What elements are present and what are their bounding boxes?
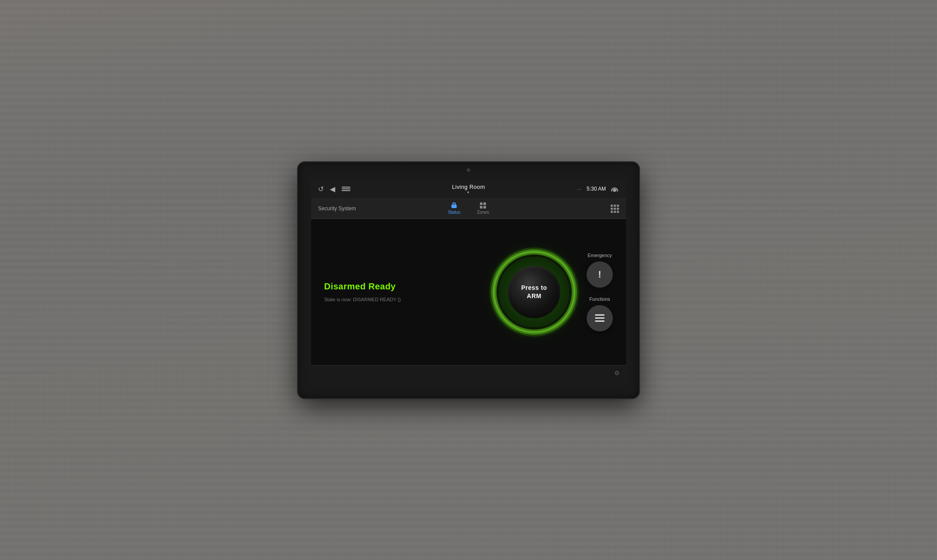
content-inner: Disarmed Ready State is now: DISARMED RE… bbox=[324, 253, 613, 331]
section-title: Security System bbox=[318, 205, 418, 212]
grid-view-button[interactable] bbox=[611, 205, 619, 213]
nav-grid-right bbox=[519, 205, 619, 213]
exclamation-icon: ! bbox=[598, 269, 601, 280]
hamburger-icon bbox=[595, 314, 605, 322]
room-subtitle: ▾ bbox=[467, 190, 469, 195]
tab-zones[interactable]: Zones bbox=[470, 201, 496, 216]
status-bar-center: Living Room ▾ bbox=[418, 184, 518, 195]
arm-button-inner: Press to ARM bbox=[508, 266, 560, 318]
arm-button-text: Press to ARM bbox=[521, 284, 547, 299]
status-bar: ↺ ◀ Living Room ▾ -- 5:30 AM bbox=[311, 180, 626, 199]
emergency-button-group: Emergency ! bbox=[587, 253, 613, 288]
nav-bar: Security System Status Zones bbox=[311, 199, 626, 219]
emergency-button[interactable]: ! bbox=[587, 261, 613, 288]
tablet-device: ↺ ◀ Living Room ▾ -- 5:30 AM bbox=[298, 162, 639, 398]
emergency-label: Emergency bbox=[587, 253, 612, 258]
tab-status[interactable]: Status bbox=[441, 201, 467, 216]
wifi-icon bbox=[610, 186, 619, 192]
menu-icon[interactable] bbox=[341, 185, 351, 192]
disarmed-ready-label: Disarmed Ready bbox=[324, 282, 482, 292]
tab-status-label: Status bbox=[448, 210, 460, 215]
main-content: Disarmed Ready State is now: DISARMED RE… bbox=[311, 219, 626, 365]
state-text: State is now: DISARMED READY () bbox=[324, 297, 482, 302]
functions-label: Functions bbox=[589, 296, 610, 302]
arm-button[interactable]: Press to ARM bbox=[499, 257, 569, 327]
bottom-bar: ⚙ bbox=[311, 365, 626, 381]
tab-zones-label: Zones bbox=[477, 210, 489, 215]
room-title: Living Room bbox=[452, 184, 485, 190]
right-action-buttons: Emergency ! Functions bbox=[587, 253, 613, 331]
functions-button-group: Functions bbox=[587, 296, 613, 331]
screen: ↺ ◀ Living Room ▾ -- 5:30 AM bbox=[311, 180, 626, 381]
arm-button-container: Press to ARM bbox=[499, 257, 569, 327]
back-arrow-icon[interactable]: ◀ bbox=[330, 185, 335, 193]
left-status: Disarmed Ready State is now: DISARMED RE… bbox=[324, 282, 482, 302]
status-bar-right: -- 5:30 AM bbox=[519, 186, 619, 192]
zones-icon bbox=[480, 202, 486, 209]
status-time: 5:30 AM bbox=[587, 186, 606, 192]
status-bar-left: ↺ ◀ bbox=[318, 185, 418, 193]
functions-button[interactable] bbox=[587, 305, 613, 331]
clock-icon[interactable]: ↺ bbox=[318, 185, 324, 193]
signal-status: -- bbox=[577, 186, 582, 191]
lock-icon bbox=[451, 202, 457, 209]
nav-tabs: Status Zones bbox=[418, 201, 518, 216]
settings-icon[interactable]: ⚙ bbox=[614, 369, 620, 376]
